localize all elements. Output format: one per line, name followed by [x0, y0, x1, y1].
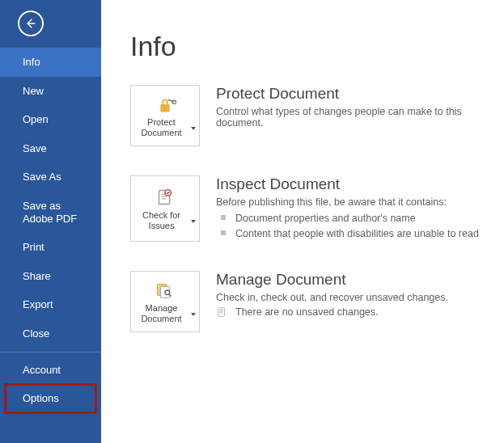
tile-label: Manage Document	[134, 303, 188, 323]
documents-search-icon	[153, 281, 177, 300]
nav-label: Save	[23, 142, 47, 154]
nav-label: Save As	[23, 171, 61, 183]
nav-label: Export	[23, 298, 53, 310]
lock-icon	[153, 95, 177, 114]
page-title: Info	[130, 31, 488, 62]
chevron-down-icon	[191, 220, 196, 223]
nav-label: Print	[23, 241, 44, 253]
check-for-issues-button[interactable]: Check for Issues	[130, 175, 200, 242]
section-desc: Before publishing this file, be aware th…	[216, 196, 488, 208]
nav-item-close[interactable]: Close	[0, 319, 101, 348]
section-title: Manage Document	[216, 271, 488, 289]
backstage-view: Info New Open Save Save As Save as Adobe…	[0, 0, 504, 443]
nav-label: New	[23, 85, 44, 97]
left-sidebar: Info New Open Save Save As Save as Adobe…	[0, 0, 101, 443]
nav-label: Share	[23, 270, 51, 282]
section-desc: Check in, check out, and recover unsaved…	[216, 292, 488, 303]
svg-rect-7	[218, 307, 225, 316]
nav-label: Close	[23, 327, 49, 340]
nav-item-options[interactable]: Options	[5, 384, 96, 413]
nav-item-new[interactable]: New	[0, 77, 101, 106]
section-title: Protect Document	[216, 85, 488, 103]
chevron-down-icon	[191, 127, 196, 130]
document-check-icon	[153, 188, 177, 207]
protect-document-button[interactable]: Protect Document	[130, 85, 200, 146]
nav-label: Open	[23, 113, 49, 125]
section-desc: Control what types of changes people can…	[216, 106, 488, 129]
tile-label: Check for Issues	[134, 210, 188, 230]
nav-label: Options	[23, 392, 59, 404]
nav-list: Info New Open Save Save As Save as Adobe…	[0, 48, 101, 443]
section-body: Protect Document Control what types of c…	[216, 85, 488, 146]
nav-item-account[interactable]: Account	[0, 356, 101, 385]
section-body: Inspect Document Before publishing this …	[216, 175, 488, 242]
svg-rect-0	[160, 104, 169, 112]
main-content: Info Protect Document Protect Document C…	[101, 0, 504, 443]
nav-label: Info	[23, 56, 40, 68]
nav-item-save[interactable]: Save	[0, 134, 101, 163]
inspect-bullet: Document properties and author's name	[216, 211, 488, 226]
nav-label: Save as Adobe PDF	[23, 200, 77, 225]
section-title: Inspect Document	[216, 175, 488, 193]
chevron-down-icon	[191, 313, 196, 316]
nav-item-export[interactable]: Export	[0, 290, 101, 319]
section-manage: Manage Document Manage Document Check in…	[130, 271, 488, 332]
inspect-bullet-list: Document properties and author's name Co…	[216, 211, 488, 242]
back-arrow-icon	[24, 17, 37, 30]
nav-item-info[interactable]: Info	[0, 48, 101, 77]
nav-item-save-adobe-pdf[interactable]: Save as Adobe PDF	[0, 192, 101, 233]
nav-item-saveas[interactable]: Save As	[0, 162, 101, 192]
document-icon	[216, 306, 227, 318]
nav-separator	[0, 352, 101, 352]
manage-status-row: There are no unsaved changes.	[216, 306, 488, 318]
nav-label: Account	[23, 364, 61, 376]
manage-status-text: There are no unsaved changes.	[235, 306, 379, 318]
nav-item-share[interactable]: Share	[0, 262, 101, 291]
tile-label: Protect Document	[134, 117, 188, 137]
section-protect: Protect Document Protect Document Contro…	[130, 85, 488, 146]
back-button[interactable]	[18, 11, 44, 36]
inspect-bullet: Content that people with disabilities ar…	[216, 226, 488, 242]
section-body: Manage Document Check in, check out, and…	[216, 271, 488, 332]
nav-item-open[interactable]: Open	[0, 105, 101, 134]
manage-document-button[interactable]: Manage Document	[130, 271, 200, 332]
nav-item-print[interactable]: Print	[0, 233, 101, 262]
section-inspect: Check for Issues Inspect Document Before…	[130, 175, 488, 242]
